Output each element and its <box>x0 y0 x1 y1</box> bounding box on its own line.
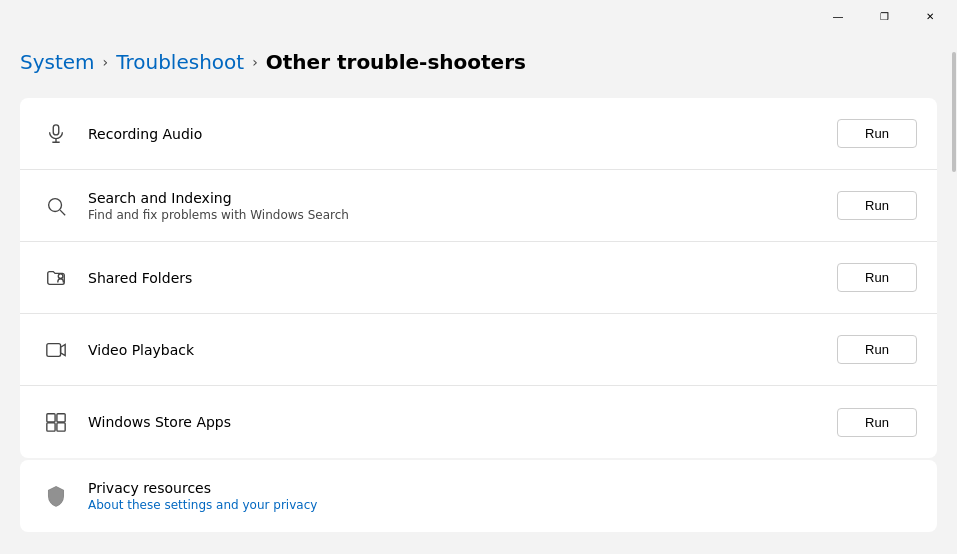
troubleshooter-list: Recording Audio Run Search and Indexing … <box>20 98 937 458</box>
svg-rect-8 <box>57 414 65 422</box>
microphone-icon <box>40 118 72 150</box>
shared-folder-icon <box>40 262 72 294</box>
svg-rect-0 <box>53 124 59 134</box>
shield-icon <box>40 480 72 512</box>
recording-audio-run-button[interactable]: Run <box>837 119 917 148</box>
search-indexing-subtitle: Find and fix problems with Windows Searc… <box>88 208 837 222</box>
scrollbar-thumb[interactable] <box>952 52 956 172</box>
breadcrumb-troubleshoot[interactable]: Troubleshoot <box>116 50 244 74</box>
breadcrumb: System › Troubleshoot › Other trouble-sh… <box>20 32 937 98</box>
item-video-playback: Video Playback Run <box>20 314 937 386</box>
minimize-button[interactable]: — <box>815 0 861 32</box>
search-icon <box>40 190 72 222</box>
item-search-indexing: Search and Indexing Find and fix problem… <box>20 170 937 242</box>
video-playback-run-button[interactable]: Run <box>837 335 917 364</box>
close-button[interactable]: ✕ <box>907 0 953 32</box>
windows-store-apps-run-button[interactable]: Run <box>837 408 917 437</box>
title-bar: — ❐ ✕ <box>0 0 957 32</box>
svg-rect-9 <box>47 423 55 431</box>
svg-rect-6 <box>47 343 61 356</box>
windows-store-apps-title: Windows Store Apps <box>88 414 837 430</box>
video-playback-title: Video Playback <box>88 342 837 358</box>
item-shared-folders: Shared Folders Run <box>20 242 937 314</box>
privacy-title: Privacy resources <box>88 480 917 496</box>
recording-audio-title: Recording Audio <box>88 126 837 142</box>
search-indexing-title: Search and Indexing <box>88 190 837 206</box>
shared-folders-run-button[interactable]: Run <box>837 263 917 292</box>
privacy-item: Privacy resources About these settings a… <box>20 460 937 532</box>
recording-audio-text: Recording Audio <box>88 126 837 142</box>
privacy-subtitle: About these settings and your privacy <box>88 498 917 512</box>
privacy-section: Privacy resources About these settings a… <box>20 460 937 532</box>
breadcrumb-current: Other trouble-shooters <box>266 50 526 74</box>
breadcrumb-separator-2: › <box>252 54 258 70</box>
video-icon <box>40 334 72 366</box>
privacy-text: Privacy resources About these settings a… <box>88 480 917 512</box>
maximize-button[interactable]: ❐ <box>861 0 907 32</box>
breadcrumb-system[interactable]: System <box>20 50 95 74</box>
windows-store-apps-text: Windows Store Apps <box>88 414 837 430</box>
svg-line-4 <box>60 210 65 215</box>
scrollbar-track[interactable] <box>951 32 957 554</box>
store-icon <box>40 406 72 438</box>
item-recording-audio: Recording Audio Run <box>20 98 937 170</box>
svg-point-3 <box>49 198 62 211</box>
svg-rect-7 <box>47 414 55 422</box>
shared-folders-title: Shared Folders <box>88 270 837 286</box>
content-area: System › Troubleshoot › Other trouble-sh… <box>0 32 957 554</box>
svg-rect-10 <box>57 423 65 431</box>
video-playback-text: Video Playback <box>88 342 837 358</box>
search-indexing-run-button[interactable]: Run <box>837 191 917 220</box>
privacy-link[interactable]: About these settings and your privacy <box>88 498 317 512</box>
shared-folders-text: Shared Folders <box>88 270 837 286</box>
search-indexing-text: Search and Indexing Find and fix problem… <box>88 190 837 222</box>
item-windows-store-apps: Windows Store Apps Run <box>20 386 937 458</box>
breadcrumb-separator-1: › <box>103 54 109 70</box>
svg-point-5 <box>58 273 63 278</box>
window: — ❐ ✕ System › Troubleshoot › Other trou… <box>0 0 957 554</box>
